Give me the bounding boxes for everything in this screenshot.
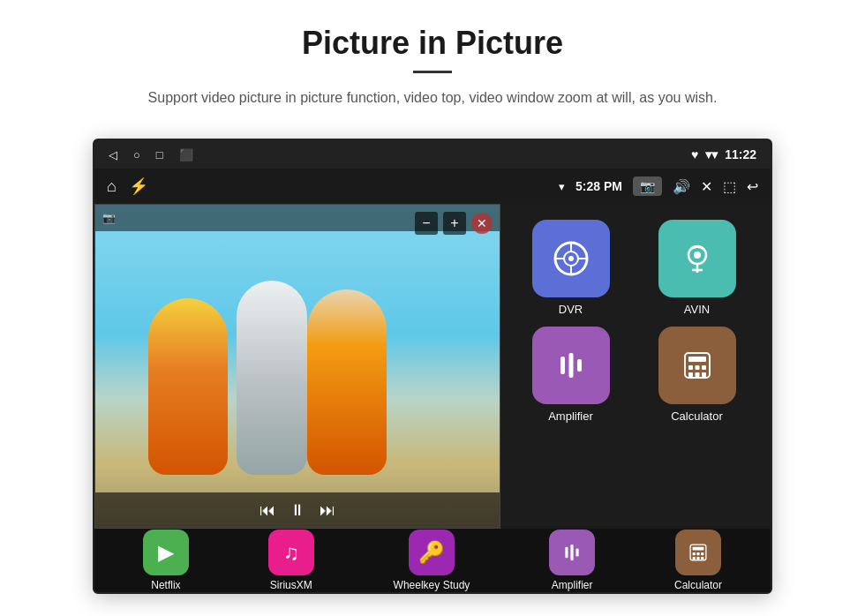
calculator-icon: [678, 346, 717, 385]
screenshot-nav-icon[interactable]: ⬛: [179, 148, 193, 162]
svg-rect-31: [696, 557, 699, 560]
wheelkey-label: Wheelkey Study: [394, 579, 470, 591]
app-item-avin[interactable]: AVIN: [639, 220, 755, 316]
page-title: Picture in Picture: [53, 25, 812, 62]
svg-point-6: [568, 256, 574, 261]
status-bar-right: ♥ ▾▾ 11:22: [691, 147, 756, 162]
signal-icon: ▾▾: [705, 147, 718, 162]
page-subtitle: Support video picture in picture functio…: [79, 87, 786, 109]
svg-rect-19: [688, 372, 693, 377]
video-frame: 📷 − + ✕ ⏮ ⏸ ⏭: [95, 205, 500, 528]
avin-icon-box: [658, 220, 736, 297]
siriusxm-label: SiriusXM: [270, 579, 312, 591]
svg-rect-20: [695, 372, 699, 377]
svg-rect-27: [693, 552, 696, 555]
person-1: [148, 298, 228, 475]
amplifier-bottom-icon: [549, 530, 595, 575]
prev-button[interactable]: ⏮: [260, 501, 275, 520]
person-2: [237, 281, 307, 475]
person-3: [307, 289, 387, 475]
amplifier-icon: [552, 346, 590, 385]
app-item-wheelkey[interactable]: 🔑 Wheelkey Study: [394, 530, 470, 591]
avin-icon: [678, 239, 717, 278]
zoom-in-button[interactable]: +: [443, 212, 466, 235]
svg-rect-15: [688, 357, 706, 362]
volume-icon[interactable]: 🔊: [673, 178, 690, 195]
svg-rect-21: [702, 372, 706, 377]
svg-point-8: [694, 252, 701, 259]
wifi-icon: ▾: [559, 180, 565, 193]
app-item-amplifier[interactable]: Amplifier: [513, 327, 628, 423]
main-area: 📷 − + ✕ ⏮ ⏸ ⏭: [94, 204, 771, 592]
app-item-amplifier-bottom[interactable]: Amplifier: [549, 530, 595, 591]
svg-rect-12: [568, 353, 573, 378]
video-resize-controls: − + ✕: [415, 212, 493, 235]
bottom-app-row: ▶ Netflix ♫ SiriusXM 🔑 Wheelkey Study: [94, 529, 771, 592]
status-bar: ◁ ○ □ ⬛ ♥ ▾▾ 11:22: [94, 140, 771, 169]
calculator-icon-box: [658, 327, 736, 404]
toolbar-left: ⌂ ⚡: [107, 177, 148, 196]
avin-label: AVIN: [684, 303, 710, 316]
wheelkey-icon: 🔑: [409, 530, 455, 575]
svg-rect-28: [696, 552, 699, 555]
video-close-button[interactable]: ✕: [471, 213, 493, 234]
svg-rect-17: [695, 365, 699, 370]
app-item-calculator-bottom[interactable]: Calculator: [674, 530, 722, 591]
svg-rect-13: [577, 359, 582, 372]
svg-rect-22: [566, 547, 568, 559]
amplifier-label: Amplifier: [548, 409, 593, 423]
svg-rect-32: [701, 557, 703, 560]
svg-rect-26: [693, 547, 704, 551]
device-frame: ◁ ○ □ ⬛ ♥ ▾▾ 11:22 ⌂ ⚡ ▾ 5:28 PM 📷 🔊 ✕ ⬚…: [93, 139, 772, 594]
back-icon[interactable]: ↩: [747, 178, 758, 195]
app-grid: DVR AVIN: [506, 213, 762, 430]
netflix-label: Netflix: [151, 579, 180, 591]
usb-icon[interactable]: ⚡: [129, 177, 148, 196]
video-playback: ⏮ ⏸ ⏭: [95, 492, 500, 528]
video-overlay[interactable]: 📷 − + ✕ ⏮ ⏸ ⏭: [94, 204, 500, 529]
status-bar-left: ◁ ○ □ ⬛: [109, 148, 193, 162]
svg-rect-30: [693, 557, 696, 560]
pip-icon[interactable]: ⬚: [723, 178, 736, 195]
back-nav-icon[interactable]: ◁: [109, 148, 117, 162]
next-button[interactable]: ⏭: [320, 501, 335, 520]
title-divider: [413, 71, 452, 73]
amplifier-bottom-label: Amplifier: [552, 579, 593, 591]
app-item-netflix[interactable]: ▶ Netflix: [143, 530, 189, 591]
home-icon[interactable]: ⌂: [107, 177, 117, 196]
dvr-label: DVR: [559, 303, 583, 316]
calculator-label: Calculator: [671, 409, 723, 423]
pip-cam-icon: 📷: [102, 212, 116, 225]
recents-nav-icon[interactable]: □: [156, 148, 163, 162]
dvr-icon-box: [532, 220, 610, 297]
close-icon[interactable]: ✕: [701, 178, 712, 195]
calculator-bottom-icon: [675, 530, 721, 575]
app-item-dvr[interactable]: DVR: [513, 220, 628, 316]
svg-rect-18: [702, 365, 706, 370]
status-time: 11:22: [725, 147, 756, 162]
amplifier-icon-box: [532, 327, 610, 404]
home-nav-icon[interactable]: ○: [133, 148, 140, 162]
dvr-icon: [552, 239, 590, 278]
toolbar-time: 5:28 PM: [575, 179, 622, 193]
page-header: Picture in Picture Support video picture…: [0, 0, 865, 123]
app-toolbar: ⌂ ⚡ ▾ 5:28 PM 📷 🔊 ✕ ⬚ ↩: [94, 169, 771, 204]
camera-button[interactable]: 📷: [633, 177, 662, 196]
svg-rect-24: [576, 549, 579, 557]
svg-rect-23: [571, 545, 574, 560]
calculator-bottom-label: Calculator: [674, 579, 722, 591]
play-pause-button[interactable]: ⏸: [290, 501, 305, 520]
location-icon: ♥: [691, 147, 698, 162]
toolbar-right: ▾ 5:28 PM 📷 🔊 ✕ ⬚ ↩: [559, 177, 758, 196]
svg-rect-16: [688, 365, 693, 370]
svg-rect-29: [701, 552, 703, 555]
netflix-icon: ▶: [143, 530, 189, 575]
siriusxm-icon: ♫: [268, 530, 314, 575]
app-item-siriusxm[interactable]: ♫ SiriusXM: [268, 530, 314, 591]
zoom-out-button[interactable]: −: [415, 212, 438, 235]
svg-rect-11: [560, 357, 565, 374]
app-item-calculator[interactable]: Calculator: [639, 327, 755, 423]
